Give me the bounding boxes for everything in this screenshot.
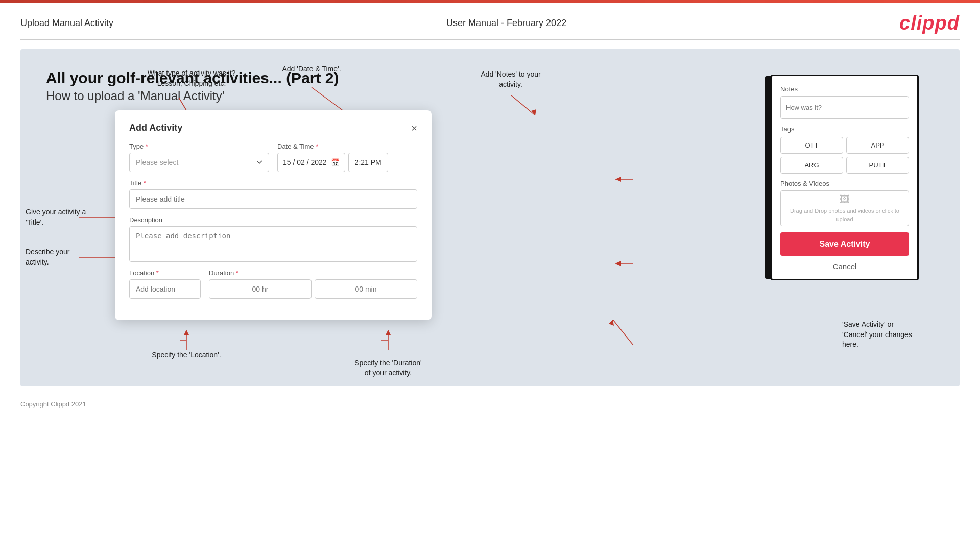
- annotation-title: Give your activity a'Title'.: [26, 207, 107, 227]
- calendar-icon[interactable]: 📅: [331, 158, 340, 166]
- description-textarea[interactable]: [129, 226, 417, 262]
- type-select[interactable]: Please select: [129, 153, 269, 172]
- duration-min-input[interactable]: [315, 279, 417, 299]
- location-label: Location *: [129, 269, 201, 277]
- description-group: Description: [129, 216, 417, 262]
- tag-app[interactable]: APP: [846, 137, 909, 154]
- clippd-logo: clippd: [899, 12, 960, 34]
- annotation-notes: Add 'Notes' to youractivity.: [449, 69, 572, 89]
- annotation-activity-type: What type of activity was it?Lesson, Chi…: [133, 68, 250, 88]
- time-input[interactable]: 2:21 PM: [348, 153, 388, 172]
- svg-marker-10: [184, 330, 189, 335]
- duration-label: Duration *: [209, 269, 417, 277]
- upload-text: Drag and Drop photos and videos or click…: [781, 207, 909, 223]
- svg-marker-21: [609, 320, 614, 326]
- title-input[interactable]: [129, 189, 417, 209]
- annotation-describe: Describe youractivity.: [26, 247, 107, 267]
- tag-ott[interactable]: OTT: [780, 137, 843, 154]
- dialog-title: Add Activity: [129, 123, 182, 133]
- svg-marker-13: [386, 330, 391, 335]
- tags-grid: OTT APP ARG PUTT: [780, 137, 909, 174]
- photos-label: Photos & Videos: [780, 180, 909, 187]
- close-button[interactable]: ×: [411, 123, 417, 133]
- location-group: Location *: [129, 269, 201, 299]
- svg-marker-15: [531, 109, 536, 115]
- tag-arg[interactable]: ARG: [780, 157, 843, 174]
- notes-input[interactable]: [780, 96, 909, 119]
- save-activity-button[interactable]: Save Activity: [780, 232, 909, 256]
- title-label: Title *: [129, 179, 417, 187]
- tag-putt[interactable]: PUTT: [846, 157, 909, 174]
- datetime-group: Date & Time * 15 / 02 / 2022 📅 2:21 PM: [277, 142, 417, 172]
- date-value: 15 / 02 / 2022: [283, 158, 327, 166]
- photo-upload-area[interactable]: 🖼 Drag and Drop photos and videos or cli…: [780, 190, 909, 226]
- dialog-header: Add Activity ×: [129, 123, 417, 133]
- cancel-button[interactable]: Cancel: [780, 260, 909, 273]
- title-group: Title *: [129, 179, 417, 209]
- duration-group: Duration *: [209, 269, 417, 299]
- svg-marker-17: [615, 177, 621, 182]
- location-input[interactable]: [129, 279, 201, 299]
- annotation-date-time: Add 'Date & Time'.: [260, 64, 363, 75]
- main-content: All your golf-relevant activities... (Pa…: [20, 49, 960, 386]
- annotation-location: Specify the 'Location'.: [128, 350, 245, 361]
- svg-marker-19: [615, 261, 621, 266]
- photo-icon: 🖼: [840, 194, 850, 205]
- description-label: Description: [129, 216, 417, 224]
- duration-hr-input[interactable]: [209, 279, 312, 299]
- annotation-duration: Specify the 'Duration'of your activity.: [322, 358, 455, 378]
- type-label: Type *: [129, 142, 269, 150]
- footer: Copyright Clippd 2021: [0, 395, 980, 413]
- add-activity-dialog: Add Activity × Type * Please select Date…: [115, 110, 432, 320]
- date-input[interactable]: 15 / 02 / 2022 📅: [277, 153, 345, 172]
- notes-label: Notes: [780, 85, 909, 93]
- svg-line-20: [613, 320, 633, 345]
- phone-screen: Notes Tags OTT APP ARG PUTT Photos & Vid…: [771, 75, 919, 280]
- page-title-center: User Manual - February 2022: [446, 18, 566, 29]
- page-title-left: Upload Manual Activity: [20, 18, 113, 29]
- header-divider: [20, 39, 960, 40]
- type-group: Type * Please select: [129, 142, 269, 172]
- tags-label: Tags: [780, 125, 909, 133]
- annotation-save-cancel: 'Save Activity' or'Cancel' your changesh…: [842, 320, 954, 350]
- right-panel: Notes Tags OTT APP ARG PUTT Photos & Vid…: [771, 75, 919, 280]
- datetime-label: Date & Time *: [277, 142, 417, 150]
